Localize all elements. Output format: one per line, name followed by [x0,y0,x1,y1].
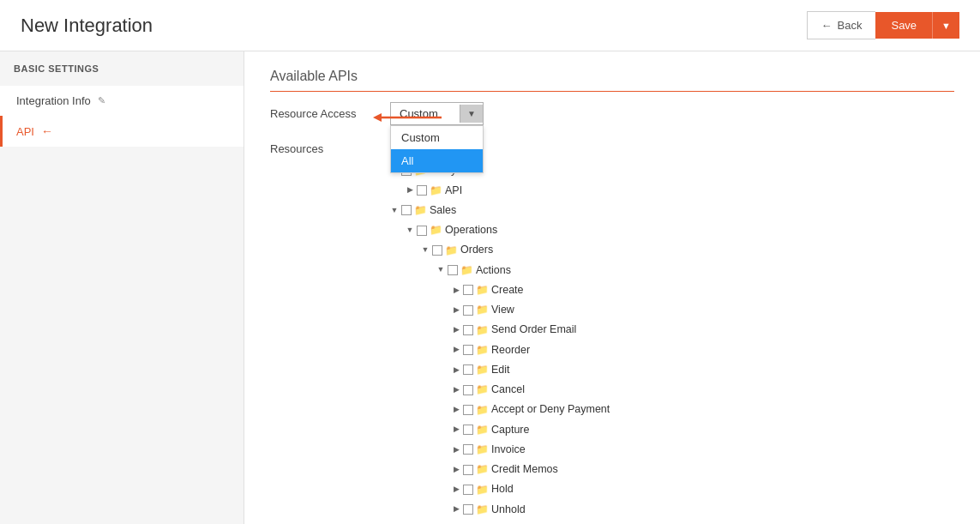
tree-checkbox[interactable] [463,425,473,435]
header-actions: ← Back Save ▼ [807,11,959,39]
list-item: ▶ 📁 Cancel [390,380,954,400]
tree-item-label: Hold [491,480,514,498]
folder-icon: 📁 [476,461,489,478]
main-layout: BASIC SETTINGS Integration Info ✎ API ← … [0,51,980,524]
folder-icon: 📁 [476,381,489,398]
list-item: ▼ 📁 Orders [390,240,954,260]
tree-checkbox[interactable] [417,226,427,236]
expand-icon[interactable]: ▶ [452,423,460,436]
expand-icon[interactable]: ▶ [406,184,414,196]
api-tree: ▶ 📁 Dashboard ▼ 📁 Analytics ▶ 📁 [390,141,954,524]
tree-checkbox[interactable] [463,504,473,515]
expand-icon[interactable]: ▶ [452,503,460,515]
tree-checkbox[interactable] [463,345,473,355]
tree-checkbox[interactable] [432,245,442,256]
tree-item-label: Capture [491,421,529,439]
tree-checkbox[interactable] [463,325,473,335]
folder-icon: 📁 [414,202,427,219]
tree-item-label: Credit Memos [491,461,558,479]
resource-access-dropdown[interactable]: Custom ▼ Custom All [390,102,484,125]
back-arrow-icon: ← [821,19,833,32]
expand-icon[interactable]: ▼ [436,263,445,276]
tree-checkbox[interactable] [463,465,473,475]
back-label: Back [838,19,863,32]
tree-checkbox[interactable] [463,305,473,316]
tree-item-label: Reorder [491,341,530,359]
sidebar-item-api[interactable]: API ← [0,116,243,147]
list-item: ▶ 📁 View [390,300,954,320]
list-item: ▶ 📁 Accept or Deny Payment [390,400,954,419]
page-header: New Integration ← Back Save ▼ [0,0,980,51]
folder-icon: 📁 [445,242,458,259]
list-item: ▼ 📁 Actions [390,261,954,280]
sidebar-item-integration-info[interactable]: Integration Info ✎ [0,86,243,116]
tree-item-label: Cancel [491,381,525,399]
dropdown-menu: Custom All [390,125,484,173]
section-title: Available APIs [270,69,954,92]
list-item: ▼ 📁 Operations [390,220,954,240]
arrow-left-icon: ← [41,124,53,138]
expand-icon[interactable]: ▶ [452,343,460,356]
dropdown-option-custom[interactable]: Custom [391,126,483,149]
folder-icon: 📁 [460,262,473,279]
tree-checkbox[interactable] [463,405,473,415]
tree-checkbox[interactable] [463,385,473,395]
expand-icon[interactable]: ▶ [452,323,460,336]
folder-icon: 📁 [476,501,489,518]
expand-icon[interactable]: ▶ [452,383,460,396]
list-item: ▶ 📁 Ship [390,520,954,524]
expand-icon[interactable]: ▼ [390,204,399,217]
expand-icon[interactable]: ▶ [452,483,460,496]
dropdown-select[interactable]: Custom ▼ [390,102,484,125]
tree-checkbox[interactable] [463,444,473,455]
tree-checkbox[interactable] [401,205,412,215]
resource-access-label: Resource Access [270,102,390,120]
save-button[interactable]: Save [875,12,933,39]
sidebar-section-header: BASIC SETTINGS [0,51,243,86]
resources-row: Resources ▶ 📁 Dashboard ▼ 📁 Analytics [270,137,954,524]
edit-icon: ✎ [98,95,105,106]
resource-access-row: Resource Access Custom ▼ Custom All [270,102,954,125]
save-dropdown-button[interactable]: ▼ [933,14,959,38]
tree-item-label: API [445,182,462,200]
expand-icon[interactable]: ▶ [452,364,460,376]
tree-item-label: Edit [491,361,510,379]
expand-icon[interactable]: ▶ [452,403,460,416]
list-item: ▶ 📁 Hold [390,479,954,499]
expand-icon[interactable]: ▶ [452,463,460,476]
expand-icon[interactable]: ▶ [452,443,460,456]
main-content: Available APIs Resource Access Custom ▼ … [244,51,980,524]
folder-icon: 📁 [476,521,489,524]
folder-icon: 📁 [476,301,489,318]
folder-icon: 📁 [430,182,442,199]
expand-icon[interactable]: ▼ [406,224,414,237]
sidebar-item-label: API [16,125,34,138]
sidebar: BASIC SETTINGS Integration Info ✎ API ← [0,51,244,524]
tree-checkbox[interactable] [417,185,427,196]
tree-item-label: Unhold [491,501,526,519]
back-button[interactable]: ← Back [807,11,876,39]
tree-checkbox[interactable] [463,485,473,495]
dropdown-value: Custom [391,103,460,124]
folder-icon: 📁 [476,322,489,339]
tree-item-label: Ship [491,521,513,524]
tree-checkbox[interactable] [463,364,473,375]
expand-icon[interactable]: ▶ [452,304,460,316]
save-button-group: Save ▼ [875,12,959,39]
tree-item-label: Orders [460,241,493,259]
folder-icon: 📁 [476,441,489,458]
expand-icon[interactable]: ▼ [421,244,430,256]
tree-item-label: Actions [476,262,511,280]
tree-item-label: Invoice [491,441,526,459]
list-item: ▼ 📁 Sales [390,201,954,220]
list-item: ▶ 📁 Send Order Email [390,320,954,340]
tree-item-label: Create [491,281,524,299]
list-item: ▶ 📁 API [390,181,954,201]
folder-icon: 📁 [476,281,489,298]
expand-icon[interactable]: ▶ [452,284,460,297]
folder-icon: 📁 [476,361,489,378]
tree-checkbox[interactable] [448,265,458,275]
dropdown-option-all[interactable]: All [391,149,483,172]
tree-checkbox[interactable] [463,285,473,295]
list-item: ▶ 📁 Reorder [390,340,954,360]
